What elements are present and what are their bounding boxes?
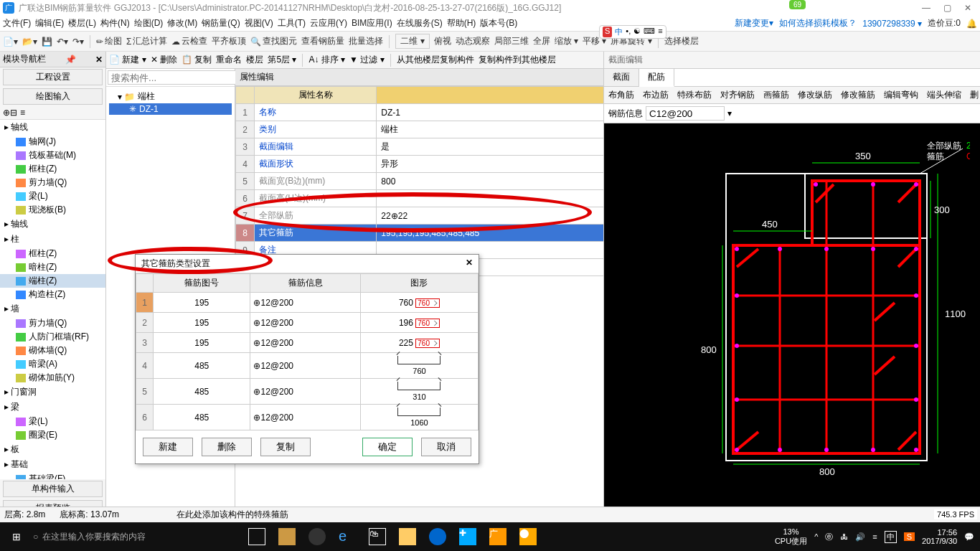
dialog-close-icon[interactable]: ✕ bbox=[466, 258, 473, 270]
dialog-row-shape[interactable]: 225 760 bbox=[360, 333, 478, 353]
save-icon[interactable]: 💾 bbox=[42, 37, 52, 47]
tree-item[interactable]: 框柱(Z) bbox=[0, 247, 105, 260]
dialog-row-shape[interactable]: 196 760 bbox=[360, 313, 478, 333]
section-toolbar-item[interactable]: 修改箍筋 bbox=[837, 87, 880, 103]
phone-label[interactable]: 13907298339 ▾ bbox=[862, 19, 922, 29]
help-link[interactable]: 如何选择损耗模板？ bbox=[779, 17, 857, 29]
dynview-button[interactable]: 动态观察 bbox=[456, 35, 490, 47]
rebar-info-input[interactable] bbox=[646, 106, 725, 121]
section-toolbar-item[interactable]: 端头伸缩 bbox=[923, 87, 966, 103]
menu-view[interactable]: 视图(V) bbox=[245, 17, 273, 29]
maximize-button[interactable]: ▢ bbox=[943, 3, 951, 13]
close-button[interactable]: ✕ bbox=[964, 3, 971, 13]
app4-icon[interactable]: ✚ bbox=[459, 528, 476, 545]
local3d-button[interactable]: 局部三维 bbox=[494, 35, 529, 47]
redo-icon[interactable]: ↷▾ bbox=[72, 37, 84, 47]
nav-draw-button[interactable]: 绘图输入 bbox=[3, 88, 103, 105]
menu-component[interactable]: 构件(N) bbox=[100, 17, 130, 29]
tree-item[interactable]: 基础梁(F) bbox=[0, 472, 105, 479]
section-toolbar-item[interactable]: 对齐钢筋 bbox=[716, 87, 759, 103]
prop-row-name[interactable]: 截面形状 bbox=[255, 156, 377, 173]
topview-button[interactable]: 俯视 bbox=[434, 35, 451, 47]
menu-modify[interactable]: 修改(M) bbox=[167, 17, 197, 29]
tree-group[interactable]: ▸ 板 bbox=[0, 442, 105, 457]
dialog-copy-button[interactable]: 复制 bbox=[260, 438, 311, 456]
tray-e-icon[interactable]: ⓔ bbox=[825, 532, 833, 542]
app2-icon[interactable] bbox=[308, 528, 326, 545]
tree-item[interactable]: 暗梁(A) bbox=[0, 357, 105, 371]
tree-group[interactable]: ▸ 墙 bbox=[0, 301, 105, 316]
new-icon[interactable]: 📄▾ bbox=[3, 37, 18, 47]
clock-time[interactable]: 17:56 bbox=[922, 528, 957, 537]
menu-rebar[interactable]: 钢筋量(Q) bbox=[202, 17, 240, 29]
app5-icon[interactable]: 广 bbox=[489, 528, 507, 545]
nav-single-button[interactable]: 单构件输入 bbox=[3, 481, 103, 497]
prop-row-name[interactable]: 全部纵筋 bbox=[255, 207, 377, 225]
dialog-row-shape[interactable]: 760 bbox=[360, 353, 478, 379]
tree-item[interactable]: 砌体加筋(Y) bbox=[0, 371, 105, 385]
dialog-row-shape[interactable]: 1060 bbox=[360, 405, 478, 430]
start-button[interactable]: ⊞ bbox=[0, 531, 33, 542]
copy-to-button[interactable]: 复制构件到其他楼层 bbox=[479, 54, 556, 66]
app3-icon[interactable] bbox=[429, 528, 446, 545]
tree-group[interactable]: ▸ 梁 bbox=[0, 400, 105, 415]
dialog-row-shape[interactable]: 760 760 bbox=[360, 293, 478, 313]
tree-item[interactable]: 筏板基础(M) bbox=[0, 149, 105, 162]
minimize-button[interactable]: — bbox=[922, 3, 930, 13]
tree-group[interactable]: ▸ 轴线 bbox=[0, 217, 105, 232]
section-toolbar-item[interactable]: 修改纵筋 bbox=[793, 87, 837, 103]
open-icon[interactable]: 📂▾ bbox=[22, 37, 37, 47]
dialog-ok-button[interactable]: 确定 bbox=[362, 438, 413, 456]
tree-group[interactable]: ▸ 轴线 bbox=[0, 120, 105, 135]
tray-net-icon[interactable]: 🖧 bbox=[840, 532, 848, 541]
prop-row-name[interactable]: 截面宽(B边)(mm) bbox=[255, 173, 377, 190]
tray-up-icon[interactable]: ^ bbox=[814, 532, 818, 541]
dialog-delete-button[interactable]: 删除 bbox=[202, 438, 252, 456]
floor-dropdown[interactable]: 第5层 ▾ bbox=[268, 54, 296, 66]
nav-pin-icon[interactable]: 📌 bbox=[65, 55, 76, 65]
prop-row-name[interactable]: 名称 bbox=[255, 104, 377, 121]
menu-edit[interactable]: 编辑(E) bbox=[35, 17, 64, 29]
menu-floor[interactable]: 楼层(L) bbox=[68, 17, 96, 29]
menu-version[interactable]: 版本号(B) bbox=[480, 17, 517, 29]
menu-online[interactable]: 在线服务(S) bbox=[397, 17, 443, 29]
taskview-icon[interactable] bbox=[248, 528, 265, 545]
select-floor-button[interactable]: 选择楼层 bbox=[664, 35, 699, 47]
dialog-row-info[interactable]: ⊕12@200 bbox=[250, 353, 360, 379]
del-comp-button[interactable]: ✕ 删除 bbox=[151, 54, 177, 66]
search-input[interactable] bbox=[108, 70, 236, 85]
tray-bat-icon[interactable]: ≡ bbox=[872, 532, 877, 541]
prop-row-name[interactable]: 其它箍筋 bbox=[255, 225, 377, 242]
tray-s-icon[interactable]: S bbox=[904, 532, 915, 541]
prop-row-name[interactable]: 类别 bbox=[255, 121, 377, 138]
tab-section[interactable]: 截面 bbox=[604, 69, 639, 86]
dialog-row-code[interactable]: 195 bbox=[154, 293, 250, 313]
rebar-info-dropdown-icon[interactable]: ▾ bbox=[727, 108, 732, 118]
tree-item[interactable]: 梁(L) bbox=[0, 415, 105, 428]
menu-bim[interactable]: BIM应用(I) bbox=[352, 17, 392, 29]
tree-item[interactable]: 端柱(Z) bbox=[0, 274, 105, 288]
app1-icon[interactable] bbox=[278, 528, 296, 545]
batch-select-button[interactable]: 批量选择 bbox=[349, 35, 383, 47]
tree-item[interactable]: 现浇板(B) bbox=[0, 203, 105, 217]
new-comp-button[interactable]: 📄 新建 ▾ bbox=[109, 54, 146, 66]
explorer-icon[interactable] bbox=[399, 528, 416, 545]
tree-item[interactable]: 框柱(Z) bbox=[0, 162, 105, 176]
nav-project-button[interactable]: 工程设置 bbox=[3, 69, 103, 85]
section-toolbar-item[interactable]: 编辑弯钩 bbox=[880, 87, 923, 103]
prop-row-name[interactable]: 截面高(H边)(mm) bbox=[255, 190, 377, 207]
section-canvas[interactable]: 350 300 450 800 1100 800 全部纵筋 箍筋 22⊕ C12… bbox=[604, 123, 980, 522]
section-toolbar-item[interactable]: 画箍筋 bbox=[759, 87, 793, 103]
zoom-button[interactable]: 缩放 ▾ bbox=[555, 35, 578, 47]
tree-item[interactable]: 梁(L) bbox=[0, 189, 105, 203]
tree-item[interactable]: 圈梁(E) bbox=[0, 428, 105, 442]
fullscreen-button[interactable]: 全屏 bbox=[533, 35, 550, 47]
menu-help[interactable]: 帮助(H) bbox=[447, 17, 476, 29]
tray-ime-icon[interactable]: 中 bbox=[885, 531, 897, 543]
tree-group[interactable]: ▸ 基础 bbox=[0, 457, 105, 472]
tree-item[interactable]: 砌体墙(Q) bbox=[0, 344, 105, 357]
section-toolbar-item[interactable]: 布角筋 bbox=[604, 87, 639, 103]
dialog-row-info[interactable]: ⊕12@200 bbox=[250, 379, 360, 405]
menu-cloud[interactable]: 云应用(Y) bbox=[310, 17, 347, 29]
menu-tool[interactable]: 工具(T) bbox=[278, 17, 306, 29]
